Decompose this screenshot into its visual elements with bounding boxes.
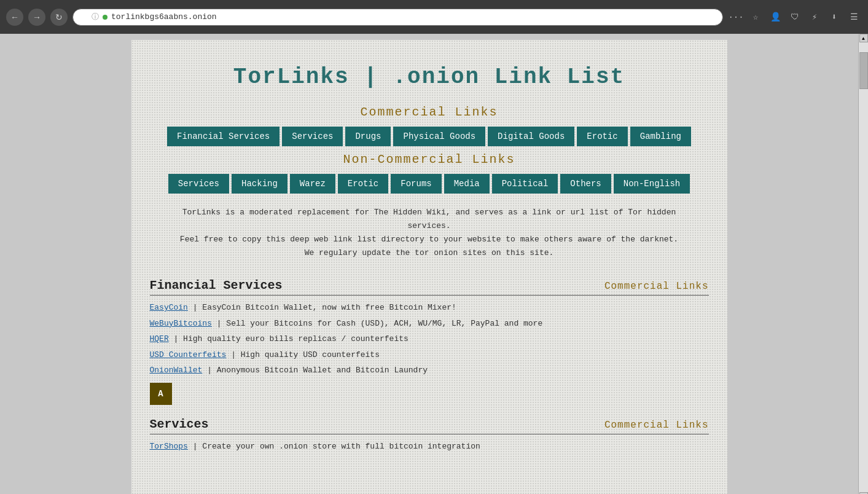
ad-banner[interactable]: A	[150, 383, 172, 405]
nav-nc-warez[interactable]: Warez	[290, 174, 335, 194]
nav-financial-services[interactable]: Financial Services	[167, 127, 280, 146]
back-button[interactable]: ←	[6, 9, 23, 26]
webuybitlecoins-desc: | Sell your Bitcoins for Cash (USD), ACH…	[212, 319, 542, 328]
financial-services-section: Financial Services Commercial Links Easy…	[150, 278, 709, 405]
non-commercial-nav: Services Hacking Warez Erotic Forums Med…	[150, 174, 709, 194]
nav-physical-goods[interactable]: Physical Goods	[393, 127, 485, 146]
list-item: HQER | High quality euro bills replicas …	[150, 333, 709, 345]
list-item: OnionWallet | Anonymous Bitcoin Wallet a…	[150, 364, 709, 377]
usd-counterfeits-link[interactable]: USD Counterfeits	[150, 350, 227, 359]
financial-services-title: Financial Services	[150, 278, 283, 292]
menu-button[interactable]: ☰	[846, 9, 862, 25]
financial-services-header: Financial Services Commercial Links	[150, 278, 709, 292]
list-item: USD Counterfeits | High quality USD coun…	[150, 349, 709, 361]
scrollbar[interactable]: ▲ ▼	[858, 34, 868, 494]
extensions-button[interactable]: ⚡	[807, 9, 823, 25]
nav-nc-others[interactable]: Others	[560, 174, 611, 194]
torshops-desc: | Create your own .onion store with full…	[188, 442, 480, 451]
financial-services-divider	[150, 295, 709, 296]
site-title: TorLinks | .onion Link List	[150, 52, 709, 99]
hqer-desc: | High quality euro bills replicas / cou…	[169, 334, 409, 343]
webuybitlecoins-link[interactable]: WeBuyBitcoins	[150, 319, 212, 328]
more-options-button[interactable]: ···	[728, 9, 744, 25]
non-commercial-heading: Non-Commercial Links	[150, 152, 709, 167]
scroll-up-arrow[interactable]: ▲	[859, 34, 868, 42]
easycoin-desc: | EasyCoin Bitcoin Wallet, now with free…	[188, 303, 456, 312]
onionwallet-desc: | Anonymous Bitcoin Wallet and Bitcoin L…	[202, 366, 428, 375]
commercial-heading: Commercial Links	[150, 105, 709, 119]
nav-gambling[interactable]: Gambling	[630, 127, 691, 146]
services-section: Services Commercial Links TorShops | Cre…	[150, 417, 709, 453]
easycoin-link[interactable]: EasyCoin	[150, 303, 188, 312]
services-divider	[150, 434, 709, 434]
nav-nc-forums[interactable]: Forums	[391, 174, 441, 194]
shield-icon[interactable]: 🛡	[787, 9, 803, 25]
bookmark-button[interactable]: ☆	[748, 9, 764, 25]
forward-button[interactable]: →	[28, 9, 45, 26]
onionwallet-link[interactable]: OnionWallet	[150, 366, 203, 375]
list-item: TorShops | Create your own .onion store …	[150, 441, 709, 453]
address-bar[interactable]: ⓘ torlinkbgs6aabns.onion	[72, 9, 723, 26]
profile-button[interactable]: 👤	[767, 9, 783, 25]
hqer-link[interactable]: HQER	[150, 334, 169, 343]
nav-services[interactable]: Services	[282, 127, 343, 146]
info-icon: ⓘ	[92, 12, 99, 22]
nav-nc-erotic[interactable]: Erotic	[338, 174, 388, 194]
list-item: WeBuyBitcoins | Sell your Bitcoins for C…	[150, 318, 709, 330]
site-description: TorLinks is a moderated replacement for …	[150, 206, 709, 260]
financial-services-label: Commercial Links	[604, 281, 709, 292]
commercial-nav: Financial Services Services Drugs Physic…	[150, 127, 709, 146]
nav-drugs[interactable]: Drugs	[345, 127, 391, 146]
nav-nc-media[interactable]: Media	[444, 174, 490, 194]
nav-nc-hacking[interactable]: Hacking	[232, 174, 287, 194]
nav-digital-goods[interactable]: Digital Goods	[488, 127, 574, 146]
browser-toolbar: ← → ↻ ⓘ torlinkbgs6aabns.onion ··· ☆ 👤 🛡…	[0, 0, 868, 34]
description-line-1: TorLinks is a moderated replacement for …	[182, 208, 676, 230]
services-label: Commercial Links	[604, 420, 709, 431]
browser-actions: ··· ☆ 👤 🛡 ⚡ ⬇ ☰	[728, 9, 862, 25]
reload-button[interactable]: ↻	[50, 9, 68, 26]
url-text: torlinkbgs6aabns.onion	[111, 12, 716, 22]
download-button[interactable]: ⬇	[826, 9, 842, 25]
services-header: Services Commercial Links	[150, 417, 709, 431]
nav-erotic[interactable]: Erotic	[577, 127, 627, 146]
nav-nc-political[interactable]: Political	[492, 174, 558, 194]
description-line-3: We regulary update the tor onion sites o…	[305, 248, 554, 257]
main-content: TorLinks | .onion Link List Commercial L…	[131, 40, 727, 494]
nav-nc-services[interactable]: Services	[168, 174, 229, 194]
nav-nc-non-english[interactable]: Non-English	[614, 174, 690, 194]
list-item: EasyCoin | EasyCoin Bitcoin Wallet, now …	[150, 302, 709, 314]
security-indicator	[103, 15, 108, 20]
services-title: Services	[150, 417, 209, 431]
scrollbar-thumb[interactable]	[859, 52, 868, 89]
torshops-link[interactable]: TorShops	[150, 442, 188, 451]
description-line-2: Feel free to copy this deep web link lis…	[180, 235, 678, 244]
usd-counterfeits-desc: | High quality USD counterfeits	[226, 350, 380, 359]
